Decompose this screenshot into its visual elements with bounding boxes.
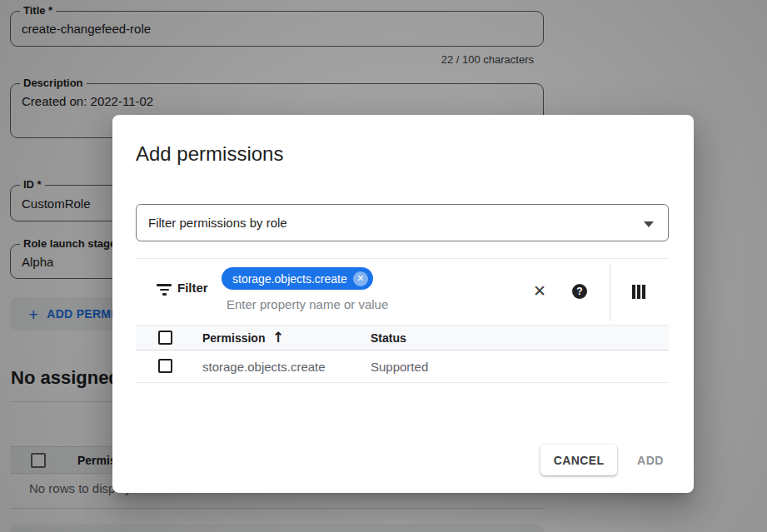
filter-icon (157, 284, 172, 296)
filter-chip-text: storage.objects.create (232, 272, 347, 286)
add-permissions-dialog: Add permissions Filter permissions by ro… (112, 115, 694, 493)
create-role-page: Title * 22 / 100 characters Description … (0, 0, 767, 532)
row-permission-cell: storage.objects.create (202, 360, 326, 374)
chip-remove-icon[interactable]: ✕ (353, 271, 368, 286)
column-display-options-icon[interactable] (632, 285, 645, 299)
sort-ascending-icon[interactable]: ↑ (272, 329, 284, 346)
chevron-down-icon (644, 221, 654, 227)
row-checkbox[interactable] (158, 359, 172, 373)
clear-filter-icon[interactable]: ✕ (529, 280, 550, 301)
status-column-header[interactable]: Status (371, 331, 406, 345)
row-status-cell: Supported (371, 360, 428, 374)
toolbar-divider (610, 264, 610, 321)
select-all-checkbox[interactable] (158, 331, 172, 345)
dialog-filter-label: Filter (177, 281, 208, 295)
role-filter-dropdown-value: Filter permissions by role (148, 216, 287, 230)
permission-column-header[interactable]: Permission (202, 331, 265, 345)
dialog-filter-input[interactable] (227, 297, 460, 311)
dialog-title: Add permissions (136, 142, 283, 166)
dialog-filter-toolbar: Filter storage.objects.create ✕ ✕ ? (136, 258, 669, 325)
cancel-button[interactable]: CANCEL (540, 445, 617, 475)
help-icon[interactable]: ? (572, 284, 587, 299)
dialog-table-header: Permission ↑ Status (136, 325, 669, 351)
table-row[interactable]: storage.objects.create Supported (136, 351, 669, 383)
add-button[interactable]: ADD (629, 445, 672, 475)
filter-chip[interactable]: storage.objects.create ✕ (222, 267, 373, 290)
role-filter-dropdown[interactable]: Filter permissions by role (136, 204, 669, 241)
